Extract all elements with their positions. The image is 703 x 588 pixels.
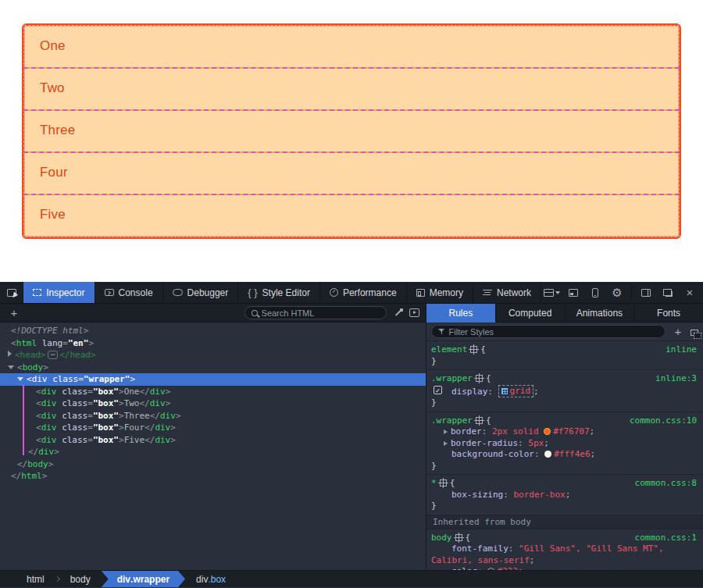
tab-label: Inspector [46, 287, 84, 298]
tab-style-editor[interactable]: { } Style Editor [238, 282, 320, 303]
rule-source-link[interactable]: common.css:8 [635, 478, 697, 490]
element-picker-icon [7, 289, 16, 297]
markup-line-box[interactable]: <divclass="box">One</div> [0, 386, 426, 398]
breadcrumb-div-box[interactable]: div.box [185, 571, 237, 587]
expand-shorthand-icon[interactable] [444, 429, 448, 434]
split-console-icon [569, 289, 578, 297]
markup-line-head[interactable]: <head>⋯</head> [0, 349, 426, 362]
selector-highlighter-icon[interactable] [476, 417, 483, 424]
grid-box-label: Five [40, 207, 66, 222]
inspector-split: + <!DOCTYPE html> <htmllang="en"> <head>… [0, 304, 703, 570]
rules-content: element{inline } .wrapper{inline:3 ✓ dis… [426, 341, 703, 570]
select-iframe-button[interactable] [541, 282, 562, 304]
tab-label: Style Editor [262, 287, 310, 298]
grid-box: Three [23, 109, 680, 153]
toggle-classes-button[interactable] [691, 330, 698, 336]
markup-line-body-open[interactable]: <body> [0, 362, 426, 374]
iframe-icon [544, 289, 554, 297]
collapse-arrow-icon[interactable] [8, 365, 14, 369]
selector-highlighter-icon[interactable] [470, 346, 477, 353]
selector-highlighter-icon[interactable] [440, 479, 447, 486]
declaration-color: color: #333; [431, 566, 698, 570]
markup-line-body-close[interactable]: </body> [0, 458, 426, 471]
markup-pane: + <!DOCTYPE html> <htmllang="en"> <head>… [0, 304, 426, 570]
tab-performance[interactable]: Performance [320, 282, 407, 303]
gear-icon: ⚙ [612, 287, 622, 298]
markup-line-html-close[interactable]: </html> [0, 470, 426, 483]
tab-console[interactable]: Console [95, 282, 163, 303]
breadcrumb-div-wrapper-selected[interactable]: div.wrapper [102, 571, 185, 587]
expand-arrow-icon[interactable] [8, 351, 12, 357]
eyedropper-button[interactable] [393, 308, 403, 318]
separate-window-button[interactable] [658, 282, 678, 304]
breadcrumb-body[interactable]: body [59, 571, 102, 587]
selector-highlighter-icon[interactable] [476, 375, 483, 382]
tab-memory[interactable]: Memory [407, 282, 473, 303]
markup-line-div-close[interactable]: </div> [0, 446, 426, 458]
color-swatch[interactable] [487, 568, 494, 570]
rule-wrapper-common: .wrapper{common.css:10 border: 2px solid… [426, 412, 703, 476]
rule-selector[interactable]: element [431, 344, 467, 355]
add-rule-button[interactable]: + [670, 325, 686, 338]
markup-line-box[interactable]: <divclass="box">Five</div> [0, 434, 426, 447]
filter-styles-box[interactable] [431, 325, 666, 338]
settings-button[interactable]: ⚙ [607, 282, 627, 304]
rule-wrapper-display: .wrapper{inline:3 ✓ display: grid; } [426, 370, 703, 412]
markup-line-box[interactable]: <divclass="box">Three</div> [0, 410, 426, 422]
markup-line-box[interactable]: <divclass="box">Two</div> [0, 397, 426, 410]
rule-selector[interactable]: .wrapper [431, 415, 473, 426]
rule-selector[interactable]: * [431, 478, 437, 488]
split-console-button[interactable] [563, 282, 583, 304]
rule-source-link[interactable]: common.css:1 [635, 533, 697, 544]
tab-animations[interactable]: Animations [566, 304, 635, 323]
markup-line-wrapper-selected[interactable]: <divclass="wrapper"> [0, 373, 426, 386]
tab-fonts[interactable]: Fonts [634, 304, 703, 323]
responsive-mode-button[interactable] [585, 282, 605, 304]
grid-highlighter-toggle[interactable]: grid [498, 385, 534, 398]
print-simulation-button[interactable] [409, 308, 419, 317]
declaration-font-family: font-family: "Gill Sans", "Gill Sans MT"… [431, 543, 698, 555]
tab-debugger[interactable]: Debugger [163, 282, 239, 303]
filter-icon [438, 328, 445, 335]
rule-source-link[interactable]: common.css:10 [630, 415, 697, 427]
declaration-display-grid: ✓ display: grid; [431, 385, 698, 398]
markup-toolbar: + [0, 304, 426, 323]
declaration-checkbox[interactable]: ✓ [434, 386, 442, 394]
rule-source-link[interactable]: inline [666, 344, 697, 356]
declaration-box-sizing: box-sizing: border-box; [431, 490, 698, 501]
collapse-arrow-icon[interactable] [17, 377, 23, 381]
rule-source-link[interactable]: inline:3 [655, 373, 697, 385]
color-swatch[interactable] [544, 428, 551, 435]
markup-line-doctype[interactable]: <!DOCTYPE html> [0, 325, 426, 337]
search-icon [252, 310, 258, 316]
tab-inspector[interactable]: Inspector [23, 282, 95, 303]
devtools-panel: Inspector Console Debugger { } Style Edi… [0, 282, 703, 588]
filter-styles-input[interactable] [449, 327, 658, 337]
expand-shorthand-icon[interactable] [444, 441, 448, 446]
search-html-box[interactable] [244, 306, 387, 319]
breadcrumb: html body div.wrapper div.box [0, 570, 703, 587]
markup-line-html-open[interactable]: <htmllang="en"> [0, 337, 426, 350]
rule-selector[interactable]: body [431, 533, 452, 543]
selector-highlighter-icon[interactable] [455, 534, 462, 541]
tab-rules[interactable]: Rules [426, 304, 496, 323]
tab-label: Debugger [187, 287, 229, 298]
search-html-input[interactable] [262, 308, 380, 318]
tab-network[interactable]: Network [473, 282, 541, 303]
declaration-border-radius: border-radius: 5px; [431, 438, 698, 450]
browser-viewport: One Two Three Four Five [0, 0, 703, 282]
phone-icon [592, 288, 598, 298]
tab-computed[interactable]: Computed [496, 304, 566, 323]
collapsed-content-badge[interactable]: ⋯ [48, 351, 58, 359]
rule-selector[interactable]: .wrapper [431, 373, 473, 383]
rules-pane: Rules Computed Animations Fonts + [426, 304, 703, 570]
element-picker-button[interactable] [0, 282, 23, 303]
close-icon: × [687, 287, 694, 298]
close-devtools-button[interactable]: × [680, 282, 700, 304]
grid-box-label: Three [40, 123, 75, 137]
color-swatch[interactable] [544, 451, 551, 458]
add-node-button[interactable]: + [6, 306, 22, 319]
breadcrumb-html[interactable]: html [16, 571, 55, 587]
markup-line-box[interactable]: <divclass="box">Four</div> [0, 422, 426, 434]
dock-sidebar-button[interactable] [636, 282, 656, 304]
